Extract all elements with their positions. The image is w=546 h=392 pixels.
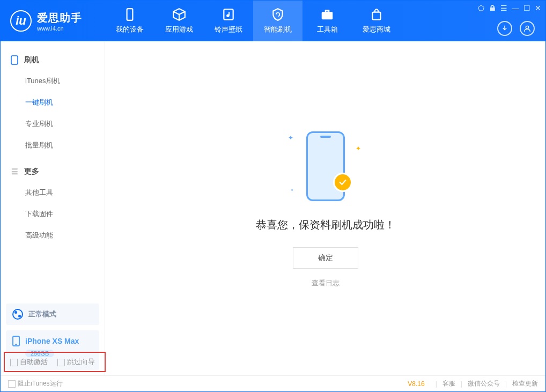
sidebar-item-batch-flash[interactable]: 批量刷机	[1, 135, 105, 156]
sidebar-item-pro-flash[interactable]: 专业刷机	[1, 113, 105, 135]
shirt-icon[interactable]: ⬠	[478, 4, 484, 12]
device-phone-icon	[12, 336, 20, 346]
version-label: V8.16	[408, 380, 424, 388]
lock-icon[interactable]: 🔒︎	[489, 4, 496, 12]
cube-icon	[172, 8, 186, 21]
device-mode[interactable]: 正常模式	[6, 304, 99, 325]
app-logo: iu 爱思助手 www.i4.cn	[1, 10, 105, 32]
phone-small-icon	[10, 56, 19, 64]
close-button[interactable]: ✕	[535, 4, 541, 12]
tab-store[interactable]: 爱思商城	[352, 1, 401, 41]
sidebar: 刷机 iTunes刷机 一键刷机 专业刷机 批量刷机 ☰ 更多 其他工具 下载固…	[1, 41, 105, 375]
svg-rect-0	[127, 9, 133, 20]
menu-icon[interactable]: ☰	[500, 4, 507, 12]
titlebar: iu 爱思助手 www.i4.cn 我的设备 应用游戏 铃声壁纸 智能刷机 工具…	[1, 1, 545, 41]
tab-toolbox[interactable]: 工具箱	[302, 1, 352, 41]
auto-activate-checkbox[interactable]: 自动激活	[10, 357, 48, 367]
bag-icon	[370, 8, 383, 21]
phone-icon	[123, 8, 137, 21]
tab-label: 智能刷机	[264, 25, 292, 34]
tab-apps-games[interactable]: 应用游戏	[154, 1, 204, 41]
shield-refresh-icon	[271, 8, 285, 21]
checkmark-badge-icon	[333, 173, 352, 192]
svg-rect-3	[322, 12, 333, 19]
sidebar-group-more: ☰ 更多	[1, 161, 105, 182]
wechat-link[interactable]: 微信公众号	[468, 379, 500, 388]
minimize-button[interactable]: ―	[512, 4, 519, 12]
skip-guide-checkbox[interactable]: 跳过向导	[57, 357, 95, 367]
menu-list-icon: ☰	[10, 167, 19, 176]
sidebar-item-itunes-flash[interactable]: iTunes刷机	[1, 70, 105, 92]
app-url: www.i4.cn	[37, 25, 82, 32]
mode-label: 正常模式	[28, 309, 56, 319]
tab-label: 应用游戏	[165, 25, 193, 34]
check-update-link[interactable]: 检查更新	[512, 379, 538, 388]
music-icon	[222, 8, 235, 21]
tab-smart-flash[interactable]: 智能刷机	[253, 1, 302, 41]
tab-label: 爱思商城	[363, 25, 390, 34]
svg-point-6	[526, 26, 528, 28]
mode-icon	[12, 309, 23, 320]
statusbar: 阻止iTunes运行 V8.16 | 客服 | 微信公众号 | 检查更新	[1, 375, 545, 391]
sidebar-group-flash: 刷机	[1, 50, 105, 70]
svg-rect-7	[11, 56, 18, 64]
block-itunes-checkbox[interactable]: 阻止iTunes运行	[8, 379, 63, 388]
options-highlight: 自动激活 跳过向导	[4, 352, 106, 372]
sparkle-icon: ✦	[356, 145, 361, 152]
success-message: 恭喜您，保资料刷机成功啦！	[256, 218, 395, 232]
user-button[interactable]	[520, 21, 535, 36]
briefcase-icon	[320, 8, 334, 21]
tab-label: 工具箱	[317, 25, 338, 34]
sidebar-item-download-firmware[interactable]: 下载固件	[1, 203, 105, 225]
app-name: 爱思助手	[37, 11, 82, 25]
sparkle-icon: ✦	[288, 134, 293, 142]
logo-icon: iu	[10, 10, 32, 32]
tab-label: 我的设备	[116, 25, 144, 34]
tab-label: 铃声壁纸	[215, 25, 242, 34]
sidebar-item-other-tools[interactable]: 其他工具	[1, 182, 105, 203]
svg-rect-5	[372, 12, 380, 20]
svg-rect-4	[326, 10, 329, 12]
sidebar-item-advanced[interactable]: 高级功能	[1, 225, 105, 246]
view-log-link[interactable]: 查看日志	[312, 278, 340, 288]
maximize-button[interactable]: ☐	[523, 4, 530, 12]
success-illustration: ✦ ✦ •	[277, 129, 374, 204]
tab-my-device[interactable]: 我的设备	[105, 1, 154, 41]
download-button[interactable]	[497, 21, 512, 36]
main-content: ✦ ✦ • 恭喜您，保资料刷机成功啦！ 确定 查看日志	[105, 41, 545, 375]
svg-point-2	[227, 14, 229, 17]
sidebar-item-oneclick-flash[interactable]: 一键刷机	[1, 92, 105, 113]
main-tabs: 我的设备 应用游戏 铃声壁纸 智能刷机 工具箱 爱思商城	[105, 1, 401, 41]
support-link[interactable]: 客服	[442, 379, 455, 388]
tab-ringtones-wallpapers[interactable]: 铃声壁纸	[204, 1, 253, 41]
device-name: iPhone XS Max	[25, 337, 79, 345]
confirm-button[interactable]: 确定	[293, 247, 358, 269]
sparkle-icon: •	[291, 187, 293, 194]
